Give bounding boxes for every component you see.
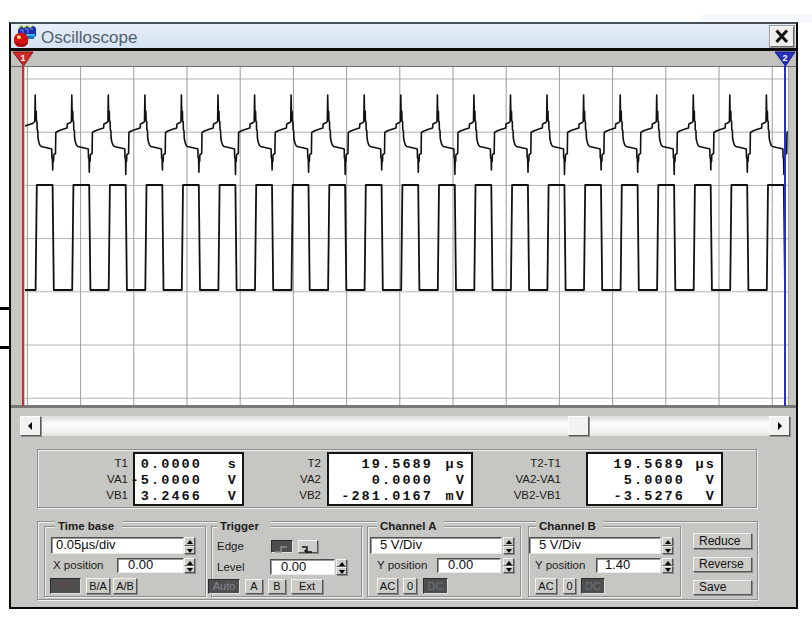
- svg-text:2: 2: [782, 53, 787, 63]
- svg-text:1: 1: [20, 53, 25, 63]
